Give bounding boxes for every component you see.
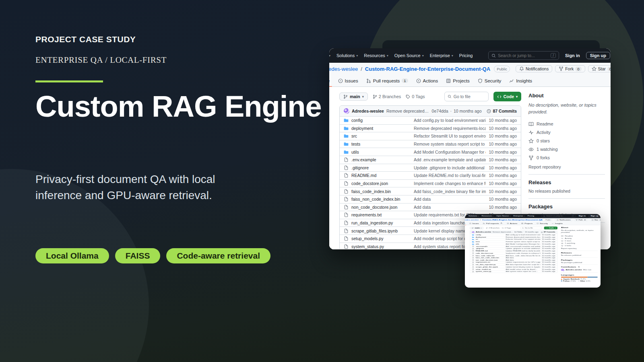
tab-insights[interactable]: Insights xyxy=(551,222,564,225)
file-row[interactable]: system_status.py Add system status repor… xyxy=(470,270,557,273)
commit-message[interactable]: Remove deprecated requirements-local.txt… xyxy=(492,232,513,233)
nav-item-open-source[interactable]: Open Source▾ xyxy=(394,53,424,58)
search-input[interactable] xyxy=(498,53,549,58)
branches-link[interactable]: 2 Branches xyxy=(373,94,401,99)
nav-item-pricing[interactable]: Pricing xyxy=(459,53,473,58)
breadcrumb-repo[interactable]: Custom-RAG-Engine-for-Enterprise-Documen… xyxy=(482,219,543,221)
file-name[interactable]: README.md xyxy=(351,173,411,178)
file-commit-message[interactable]: Remove deprecated requirements-local.txt… xyxy=(414,126,486,131)
file-name[interactable]: run_data_ingestion.py xyxy=(476,264,504,265)
file-commit-message[interactable]: Update requirements.txt for GPU support … xyxy=(506,262,540,263)
file-name[interactable]: README.md xyxy=(476,250,504,251)
file-commit-message[interactable]: Update .gitignore to include additional … xyxy=(506,248,540,249)
tab-insights[interactable]: Insights xyxy=(507,75,534,86)
file-name[interactable]: tests xyxy=(351,142,411,146)
file-commit-message[interactable]: Add faiss_code_index binary file for imp… xyxy=(414,189,486,194)
star-button[interactable]: Star 0 xyxy=(590,219,601,221)
sign-up-button[interactable]: Sign up xyxy=(588,215,600,217)
file-name[interactable]: run_data_ingestion.py xyxy=(351,220,411,225)
tab-code[interactable]: Code xyxy=(465,222,466,225)
file-commit-message[interactable]: Add .env.example template and update .gi… xyxy=(414,157,486,162)
file-name[interactable]: .env.example xyxy=(476,246,504,247)
file-name[interactable]: scrape_gitlab_files.ipynb xyxy=(476,266,504,267)
commit-author[interactable]: Adredes-weslee xyxy=(352,109,384,113)
file-commit-message[interactable]: Add config.py to load environment variab… xyxy=(506,234,540,235)
nav-item-resources[interactable]: Resources▾ xyxy=(482,215,493,216)
forks-link[interactable]: 0 forks xyxy=(528,154,605,162)
readme-link[interactable]: Readme xyxy=(528,120,605,128)
file-name[interactable]: config xyxy=(351,118,411,123)
sign-up-button[interactable]: Sign up xyxy=(586,52,610,59)
tab-code[interactable]: Code xyxy=(329,75,332,86)
file-name[interactable]: faiss_code_index.bin xyxy=(476,255,504,256)
language-item[interactable]: Other 0.5% xyxy=(578,280,590,282)
file-commit-message[interactable]: Update README.md to clarify local-first … xyxy=(414,173,486,178)
file-commit-message[interactable]: Implement code changes to enhance functi… xyxy=(414,181,486,186)
file-name[interactable]: deployment xyxy=(351,126,411,131)
file-name[interactable]: deployment xyxy=(476,237,504,238)
file-row[interactable]: config Add config.py to load environment… xyxy=(340,116,521,124)
file-row[interactable]: .gitignore Update .gitignore to include … xyxy=(340,164,521,172)
commit-author[interactable]: Adredes-weslee xyxy=(476,232,491,233)
branch-selector[interactable]: main ▾ xyxy=(470,227,483,229)
file-name[interactable]: code_docstore.json xyxy=(476,253,504,254)
nav-item-enterprise[interactable]: Enterprise▾ xyxy=(513,215,524,216)
nav-item-open-source[interactable]: Open Source▾ xyxy=(496,215,510,216)
nav-item-solutions[interactable]: Solutions▾ xyxy=(336,53,358,58)
file-commit-message[interactable]: Add data xyxy=(414,197,486,202)
tab-issues[interactable]: Issues xyxy=(336,75,360,86)
file-commit-message[interactable]: Add Model Configuration Manager for envi… xyxy=(506,243,540,245)
contributor-row[interactable]: Adredes-weslee Wes Lee xyxy=(561,269,598,271)
report-repository-link[interactable]: Report repository xyxy=(561,248,598,249)
report-repository-link[interactable]: Report repository xyxy=(528,165,605,169)
breadcrumb-owner[interactable]: Adredes-weslee xyxy=(465,219,479,221)
tab-issues[interactable]: Issues xyxy=(468,222,480,225)
breadcrumb-owner[interactable]: Adredes-weslee xyxy=(329,66,358,72)
commit-history-link[interactable]: 87 Commits xyxy=(541,232,555,233)
breadcrumb-repo[interactable]: Custom-RAG-Engine-for-Enterprise-Documen… xyxy=(365,66,490,72)
tab-actions[interactable]: Actions xyxy=(414,75,440,86)
file-name[interactable]: non_code_docstore.json xyxy=(351,205,411,210)
sign-in-link[interactable]: Sign in xyxy=(565,53,580,58)
file-name[interactable]: faiss_non_code_index.bin xyxy=(476,257,504,258)
file-commit-message[interactable]: Remove system status report script to st… xyxy=(506,241,540,242)
commit-history-link[interactable]: 87 Commits xyxy=(487,109,517,113)
nav-item-resources[interactable]: Resources▾ xyxy=(364,53,388,58)
tab-security[interactable]: Security xyxy=(535,222,549,225)
nav-item-pricing[interactable]: Pricing xyxy=(528,215,534,216)
file-name[interactable]: scrape_gitlab_files.ipynb xyxy=(351,228,411,233)
star-button[interactable]: Star 0 xyxy=(588,65,611,72)
file-commit-message[interactable]: Add Model Configuration Manager for envi… xyxy=(414,150,486,154)
go-to-file-input[interactable]: Go to file xyxy=(444,92,489,101)
file-row[interactable]: utils Add Model Configuration Manager fo… xyxy=(340,148,521,156)
fork-button[interactable]: Fork 0 xyxy=(574,219,588,221)
file-commit-message[interactable]: Add data ingestion launcher script for e… xyxy=(506,264,540,265)
file-name[interactable]: config xyxy=(476,234,504,235)
file-name[interactable]: setup_models.py xyxy=(476,269,504,270)
forks-link[interactable]: 0 forks xyxy=(561,245,598,247)
code-button[interactable]: Code ▾ xyxy=(544,226,557,229)
commit-message[interactable]: Remove deprecated requirements-local.txt… xyxy=(386,109,429,113)
file-name[interactable]: system_status.py xyxy=(351,244,411,249)
file-name[interactable]: system_status.py xyxy=(476,271,504,272)
notifications-button[interactable]: Notifications xyxy=(555,219,572,221)
file-name[interactable]: utils xyxy=(351,150,411,154)
file-row[interactable]: deployment Remove deprecated requirement… xyxy=(340,124,521,132)
tab-security[interactable]: Security xyxy=(476,75,504,86)
nav-item-enterprise[interactable]: Enterprise▾ xyxy=(430,53,453,58)
file-commit-message[interactable]: Add config.py to load environment variab… xyxy=(414,118,486,123)
language-item[interactable]: Python 27.6% xyxy=(561,280,576,282)
file-commit-message[interactable]: Update README.md to clarify local-first … xyxy=(506,250,540,251)
file-commit-message[interactable]: Update .gitignore to include additional … xyxy=(414,165,486,170)
file-commit-message[interactable]: Add data xyxy=(414,205,486,210)
file-row[interactable]: code_docstore.json Implement code change… xyxy=(340,179,521,187)
file-commit-message[interactable]: Remove system status report script to st… xyxy=(414,142,486,146)
file-row[interactable]: src Refactor Streamlit UI to support env… xyxy=(340,132,521,140)
commit-sha[interactable]: 0e74dda xyxy=(432,109,448,113)
file-commit-message[interactable]: Add system status report for Cust… xyxy=(506,271,540,272)
code-button[interactable]: Code ▾ xyxy=(493,92,521,101)
file-row[interactable]: README.md Update README.md to clarify lo… xyxy=(340,171,521,179)
nav-item-platform[interactable]: Platform▾ xyxy=(329,53,330,58)
file-name[interactable]: code_docstore.json xyxy=(351,181,411,186)
tab-pull-requests[interactable]: Pull requests 1 xyxy=(364,75,410,86)
